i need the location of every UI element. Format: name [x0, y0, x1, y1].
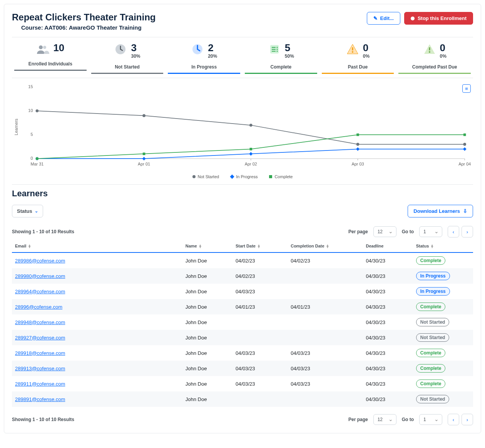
- col-name[interactable]: Name▲▼: [182, 240, 232, 252]
- per-page-label: Per page: [348, 229, 368, 234]
- goto-select[interactable]: 1: [419, 226, 442, 237]
- stat-label: Past Due: [322, 64, 394, 70]
- stop-icon: [411, 17, 415, 20]
- col-completion-date[interactable]: Completion Date▲▼: [288, 240, 363, 252]
- chevron-down-icon: ⌄: [35, 209, 38, 214]
- per-page-select[interactable]: 12: [373, 414, 396, 425]
- start-date: 04/03/23: [232, 345, 288, 361]
- stat-value: 0: [363, 43, 370, 53]
- stat-completed-past-due[interactable]: 0 0% Completed Past Due: [396, 41, 473, 74]
- svg-text:Apr 04: Apr 04: [458, 162, 471, 166]
- table-row: 289964@cofense.com John Doe 04/03/23 04/…: [12, 284, 473, 299]
- svg-rect-10: [429, 47, 430, 50]
- deadline: 04/30/23: [363, 345, 413, 361]
- deadline: 04/30/23: [363, 268, 413, 284]
- status-pill: Not Started: [416, 318, 450, 326]
- table-header-row: Email▲▼ Name▲▼ Start Date▲▼ Completion D…: [12, 240, 473, 252]
- status-filter-dropdown[interactable]: Status ⌄: [12, 205, 43, 217]
- pager-bottom: Showing 1 - 10 of 10 Results Per page 12…: [12, 414, 473, 425]
- learner-name: John Doe: [182, 330, 232, 345]
- per-page-select[interactable]: 12: [373, 226, 396, 237]
- learner-email-link[interactable]: 289911@cofense.com: [15, 381, 65, 387]
- learner-email-link[interactable]: 289986@cofense.com: [15, 258, 65, 264]
- learner-name: John Doe: [182, 376, 232, 391]
- deadline: 04/30/23: [363, 361, 413, 376]
- prev-page-button[interactable]: ‹: [448, 414, 459, 425]
- stat-past-due[interactable]: 0 0% Past Due: [319, 41, 396, 74]
- users-icon: [36, 43, 49, 56]
- status-pill: Complete: [416, 379, 446, 388]
- stat-enrolled-individuals[interactable]: 10 Enrolled Individuals: [12, 41, 89, 74]
- stat-label: In Progress: [168, 64, 240, 70]
- svg-text:Apr 01: Apr 01: [138, 162, 150, 166]
- learner-name: John Doe: [182, 268, 232, 284]
- learner-email-link[interactable]: 289980@cofense.com: [15, 273, 65, 279]
- svg-point-0: [39, 45, 43, 49]
- stat-percent: 50%: [285, 53, 294, 59]
- stat-value: 3: [131, 43, 140, 53]
- svg-text:10: 10: [28, 108, 33, 113]
- sort-icon: ▲▼: [199, 244, 202, 248]
- status-pill: Complete: [416, 364, 446, 373]
- title-block: Repeat Clickers Theater Training Course:…: [12, 12, 156, 31]
- learner-email-link[interactable]: 289913@cofense.com: [15, 366, 65, 371]
- goto-select[interactable]: 1: [419, 414, 442, 425]
- learner-email-link[interactable]: 28996@cofense.com: [15, 304, 62, 310]
- stat-underline: [168, 73, 240, 74]
- course-subtitle: Course: AAT006: AwareGO Theater Training: [21, 24, 156, 31]
- next-page-button[interactable]: ›: [462, 226, 473, 237]
- stat-value: 2: [208, 43, 217, 53]
- learner-email-link[interactable]: 289964@cofense.com: [15, 289, 65, 294]
- stat-value: 0: [440, 43, 447, 53]
- divider: [12, 37, 473, 37]
- learner-email-link[interactable]: 289948@cofense.com: [15, 319, 65, 325]
- pager-controls: Per page 12 Go to 1 ‹ ›: [348, 226, 473, 237]
- svg-point-9: [352, 51, 353, 53]
- per-page-value: 12: [378, 417, 383, 422]
- stat-percent: 30%: [131, 53, 140, 59]
- legend-in progress[interactable]: In Progress: [231, 174, 258, 179]
- svg-point-5: [276, 47, 278, 48]
- svg-text:0: 0: [30, 156, 33, 160]
- svg-text:Apr 03: Apr 03: [351, 162, 364, 166]
- status-filter-label: Status: [17, 208, 32, 214]
- stat-in-progress[interactable]: 2 20% In Progress: [166, 41, 242, 74]
- stat-complete[interactable]: 5 50% Complete: [242, 41, 319, 74]
- download-learners-button[interactable]: Download Learners ⇩: [408, 205, 473, 217]
- legend-not started[interactable]: Not Started: [192, 174, 219, 179]
- col-status[interactable]: Status▲▼: [413, 240, 473, 252]
- completion-date: 04/03/23: [288, 361, 363, 376]
- start-date: 04/03/23: [232, 361, 288, 376]
- svg-rect-34: [142, 157, 146, 160]
- svg-point-32: [463, 143, 466, 146]
- col-email[interactable]: Email▲▼: [12, 240, 182, 252]
- learner-name: John Doe: [182, 345, 232, 361]
- svg-point-30: [249, 124, 253, 127]
- svg-text:Apr 02: Apr 02: [245, 162, 257, 166]
- chart-area: ≡ 051015LearnersMar 31Apr 01Apr 02Apr 03…: [12, 78, 473, 179]
- learner-email-link[interactable]: 289891@cofense.com: [15, 396, 65, 402]
- sort-icon: ▲▼: [326, 244, 329, 248]
- learner-name: John Doe: [182, 252, 232, 268]
- legend-complete[interactable]: Complete: [269, 174, 293, 179]
- stop-enrollment-button[interactable]: Stop this Enrollment: [404, 12, 473, 25]
- per-page-value: 12: [378, 229, 383, 234]
- stat-value: 10: [53, 43, 64, 53]
- filter-row: Status ⌄ Download Learners ⇩: [12, 205, 473, 217]
- table-row: 289927@cofense.com John Doe 04/30/23 Not…: [12, 330, 473, 345]
- stat-percent: 0%: [363, 53, 370, 59]
- completion-date: [288, 268, 363, 284]
- stat-not-started[interactable]: 3 30% Not Started: [89, 41, 166, 74]
- learner-email-link[interactable]: 289927@cofense.com: [15, 335, 65, 341]
- col-start-date[interactable]: Start Date▲▼: [232, 240, 288, 252]
- status-pill: Complete: [416, 303, 446, 311]
- learner-name: John Doe: [182, 361, 232, 376]
- svg-point-7: [276, 51, 278, 52]
- status-pill: Not Started: [416, 333, 450, 342]
- learner-email-link[interactable]: 289918@cofense.com: [15, 350, 65, 356]
- start-date: [232, 314, 288, 330]
- chart-menu-button[interactable]: ≡: [462, 84, 471, 93]
- prev-page-button[interactable]: ‹: [448, 226, 459, 237]
- next-page-button[interactable]: ›: [462, 414, 473, 425]
- edit-button[interactable]: ✎ Edit...: [367, 12, 400, 25]
